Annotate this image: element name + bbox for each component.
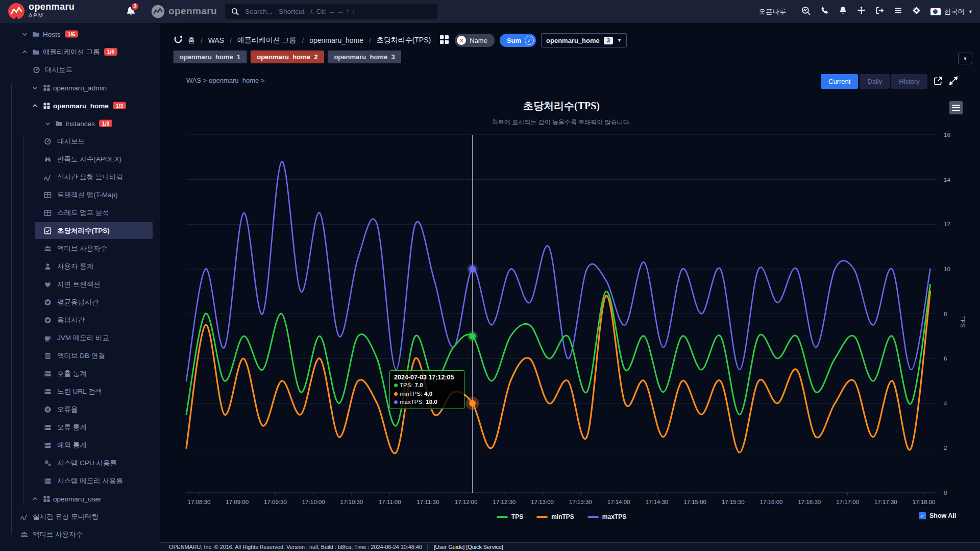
panel-collapse-button[interactable]: ▼: [958, 53, 972, 64]
language-selector[interactable]: 한국어 ▼: [930, 7, 973, 16]
sidebar-item-response-time[interactable]: 응답시간: [0, 311, 160, 329]
sidebar-item-active-user-count-root[interactable]: 액티브 사용자수: [0, 525, 160, 543]
breadcrumb-app-group[interactable]: 애플리케이션 그룹: [237, 36, 297, 45]
sidebar-item-label: 호출 통계: [57, 369, 87, 378]
x-axis-label: 17:10:00: [302, 499, 325, 505]
sidebar-item-openmaru-user[interactable]: openmaru_user: [0, 490, 160, 508]
sidebar-item-error-rate[interactable]: 오류율: [0, 400, 160, 418]
name-filter-pill[interactable]: ✕ Name: [455, 34, 495, 47]
heartbeat-icon: [44, 280, 52, 288]
chevron-up-icon[interactable]: [21, 49, 28, 55]
binoculars-icon: [44, 155, 52, 163]
open-external-icon[interactable]: [934, 76, 943, 87]
chevron-down-icon[interactable]: [21, 31, 28, 37]
legend-item-maxtps[interactable]: maxTPS: [587, 513, 626, 520]
sidebar-item-tps[interactable]: 초당처리수(TPS): [0, 222, 160, 239]
breadcrumb-was[interactable]: WAS: [208, 36, 224, 44]
x-axis-label: 17:17:00: [836, 499, 859, 505]
breadcrumb-home[interactable]: 홈: [188, 36, 195, 45]
tooltip-timestamp: 2024-07-03 17:12:05: [394, 374, 460, 381]
menu-icon[interactable]: [894, 6, 902, 17]
x-axis-label: 17:10:30: [340, 499, 363, 505]
chevron-down-icon[interactable]: [44, 120, 51, 127]
show-all-toggle[interactable]: ✓ Show All: [919, 512, 956, 519]
global-search[interactable]: [225, 4, 437, 19]
sidebar-item-avg-response-time[interactable]: 평균응답시간: [0, 293, 160, 311]
phone-icon[interactable]: [820, 6, 829, 17]
settings-gear-icon[interactable]: [912, 6, 921, 17]
sidebar-item-exception-stats[interactable]: 예외 통계: [0, 436, 160, 454]
checkbox-checked-icon[interactable]: ✓: [919, 512, 926, 519]
sidebar-item-system-memory-usage[interactable]: 시스템 메모리 사용률: [0, 472, 160, 490]
refresh-icon[interactable]: [174, 35, 183, 46]
sidebar-item-openmaru-admin[interactable]: openmaru_admin: [0, 79, 160, 97]
sidebar-item-home-dashboard[interactable]: 대시보드: [0, 132, 160, 150]
sidebar-item-apdex[interactable]: 만족도 지수(APDEX): [0, 150, 160, 168]
sum-aggregation-pill[interactable]: Sum ✓: [500, 34, 536, 47]
sidebar-item-label: 만족도 지수(APDEX): [57, 155, 121, 164]
table-icon: [44, 191, 52, 199]
x-axis-label: 17:14:00: [607, 499, 630, 505]
tab-openmaru-home-2[interactable]: openmaru_home_2: [251, 51, 324, 63]
sidebar-item-label: openmaru_user: [53, 495, 102, 502]
expand-diagonal-icon[interactable]: [949, 76, 958, 87]
history-button[interactable]: History: [891, 74, 927, 89]
x-axis-label: 17:16:30: [798, 499, 821, 505]
bell-icon[interactable]: [839, 6, 847, 17]
sidebar-item-dashboard[interactable]: 대시보드: [0, 61, 160, 79]
group-select-dropdown[interactable]: openmaru_home 3 ▼: [541, 33, 627, 47]
current-button[interactable]: Current: [821, 74, 858, 89]
sidebar-item-delayed-transactions[interactable]: 지연 트랜잭션: [0, 275, 160, 293]
sidebar-item-active-user-count[interactable]: 액티브 사용자수: [0, 239, 160, 257]
sidebar-item-thread-dump-analysis[interactable]: 스레드 덤프 분석: [0, 204, 160, 222]
x-axis-label: 17:08:30: [188, 499, 211, 505]
breadcrumb-openmaru-home[interactable]: openmaru_home: [309, 36, 363, 44]
footer-bar: OPENMARU, Inc. © 2016, All Rights Reserv…: [160, 542, 980, 551]
tps-chart[interactable]: 024681012141617:08:3017:09:0017:09:3017:…: [168, 130, 975, 518]
language-label: 한국어: [944, 7, 965, 16]
sidebar-item-system-cpu-usage[interactable]: 시스템 CPU 사용률: [0, 454, 160, 472]
apm-scope-icon[interactable]: [801, 6, 811, 17]
chevron-down-icon[interactable]: [32, 84, 38, 91]
remove-filter-icon[interactable]: ✕: [457, 36, 466, 45]
logout-icon[interactable]: [875, 6, 884, 17]
chevron-up-icon[interactable]: [32, 102, 38, 109]
fullscreen-icon[interactable]: [857, 6, 866, 17]
chevron-up-icon[interactable]: [32, 495, 38, 502]
sidebar-item-label: 지연 트랜잭션: [57, 280, 101, 289]
chart-context-menu-button[interactable]: [949, 101, 963, 114]
tab-openmaru-home-3[interactable]: openmaru_home_3: [328, 51, 401, 63]
sidebar-item-openmaru-home[interactable]: openmaru_home1/3: [0, 97, 160, 114]
notifications-bell-icon[interactable]: 2: [126, 6, 136, 19]
navigation-sidebar: Hosts1/6애플리케이션 그룹1/6대시보드openmaru_adminop…: [0, 23, 160, 551]
sidebar-item-active-db-connections[interactable]: 액티브 DB 연결: [0, 347, 160, 365]
gauge-icon: [33, 66, 40, 74]
footer-copyright: OPENMARU, Inc. © 2016, All Rights Reserv…: [169, 544, 422, 550]
sidebar-item-jvm-memory-compare[interactable]: JVM 메모리 비교: [0, 329, 160, 347]
hover-marker-mintps: [469, 400, 476, 406]
sidebar-item-call-stats[interactable]: 호출 통계: [0, 365, 160, 382]
sidebar-item-application-group[interactable]: 애플리케이션 그룹1/6: [0, 43, 160, 61]
legend-item-mintps[interactable]: minTPS: [536, 513, 574, 520]
search-input[interactable]: [244, 7, 431, 16]
openmaru-gray-logo-icon: [151, 5, 165, 20]
sidebar-item-error-stats[interactable]: 오류 통계: [0, 418, 160, 436]
sidebar-item-instances[interactable]: Instances1/3: [0, 114, 160, 132]
sidebar-item-user-stats[interactable]: 사용자 통계: [0, 257, 160, 275]
instance-tabs: openmaru_home_1 openmaru_home_2 openmaru…: [174, 51, 401, 63]
sidebar-item-hosts[interactable]: Hosts1/6: [0, 25, 160, 43]
check-square-icon: [44, 227, 52, 234]
tab-openmaru-home-1[interactable]: openmaru_home_1: [174, 51, 247, 63]
sidebar-item-slow-url-search[interactable]: 느린 URL 검색: [0, 382, 160, 400]
breadcrumb-tps[interactable]: 초당처리수(TPS): [377, 36, 431, 45]
legend-label: minTPS: [551, 513, 574, 520]
legend-item-tps[interactable]: TPS: [497, 513, 523, 520]
sidebar-item-transaction-map[interactable]: 트랜잭션 맵(T-Map): [0, 186, 160, 204]
footer-separator: │: [426, 544, 430, 550]
sidebar-item-realtime-request-monitoring-root[interactable]: 실시간 요청 모니터링: [0, 508, 160, 525]
daily-button[interactable]: Daily: [860, 74, 890, 89]
footer-links[interactable]: [User Guide] [Quick Service]: [434, 544, 503, 550]
sidebar-item-realtime-request-monitoring[interactable]: 실시간 요청 모니터링: [0, 168, 160, 186]
legend-label: TPS: [511, 513, 523, 520]
grid-view-icon[interactable]: [439, 34, 450, 47]
